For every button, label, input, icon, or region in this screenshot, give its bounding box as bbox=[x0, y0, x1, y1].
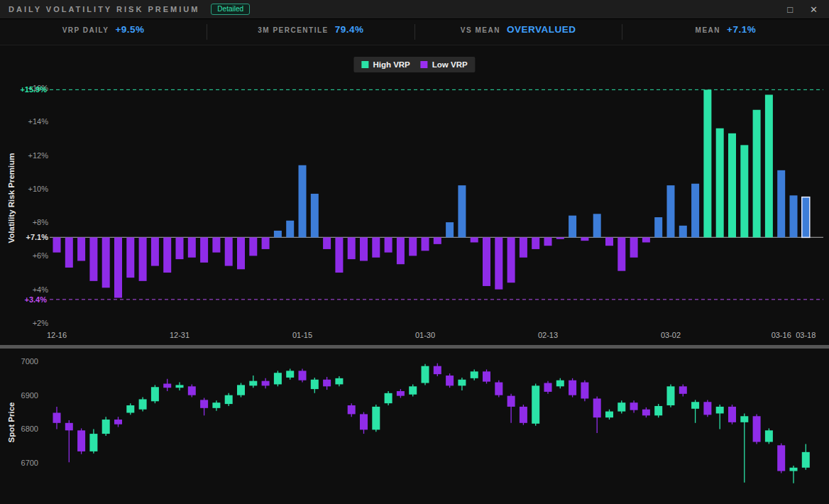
vrp-bar bbox=[372, 237, 380, 257]
legend-label: High VRP bbox=[373, 60, 410, 69]
vrp-axis-title: Volatility Risk Premium bbox=[7, 153, 16, 243]
vrp-bar bbox=[348, 237, 356, 259]
candle-body bbox=[422, 366, 429, 383]
legend: High VRP Low VRP bbox=[353, 57, 475, 72]
candle-body bbox=[716, 407, 724, 414]
vrp-bar bbox=[642, 237, 650, 242]
stat-label: VS MEAN bbox=[461, 26, 500, 34]
low-tick-label: +3.4% bbox=[25, 295, 48, 304]
stat-3m-percentile: 3M PERCENTILE 79.4% bbox=[207, 24, 414, 40]
candle-body bbox=[703, 402, 711, 415]
candle-body bbox=[77, 430, 85, 451]
vrp-bar bbox=[605, 237, 613, 246]
candle-body bbox=[385, 393, 392, 403]
vrp-bar bbox=[753, 110, 761, 238]
candle-body bbox=[740, 416, 748, 422]
spot-axis-title: Spot Price bbox=[7, 402, 16, 443]
candle-body bbox=[581, 383, 588, 399]
spot-ytick: 6900 bbox=[21, 391, 38, 400]
candle-body bbox=[691, 402, 699, 409]
candle-body bbox=[605, 412, 613, 418]
stat-value: 79.4% bbox=[335, 24, 364, 35]
candle-body bbox=[286, 371, 294, 378]
candle-body bbox=[53, 413, 61, 423]
vrp-bar bbox=[581, 237, 588, 241]
close-icon[interactable]: ✕ bbox=[810, 5, 818, 14]
vrp-ytick: +14% bbox=[28, 117, 49, 126]
legend-label: Low VRP bbox=[432, 60, 468, 69]
stat-mean: MEAN +7.1% bbox=[622, 24, 829, 40]
candle-body bbox=[471, 371, 478, 378]
candle-body bbox=[507, 396, 515, 407]
candle-body bbox=[532, 385, 539, 423]
vrp-bar bbox=[679, 226, 687, 238]
candle-body bbox=[397, 391, 405, 396]
vrp-bar bbox=[446, 222, 454, 237]
high-vrp-swatch-icon bbox=[361, 61, 368, 68]
vrp-bar-chart[interactable]: +2%+4%+6%+8%+10%+12%+14%+16%+7.1%+15.9%+… bbox=[0, 45, 829, 345]
candle-body bbox=[323, 380, 331, 387]
vrp-bar bbox=[544, 237, 552, 246]
stat-label: VRP DAILY bbox=[62, 26, 109, 34]
candle-body bbox=[409, 386, 417, 394]
candle-body bbox=[679, 386, 687, 393]
vrp-bar bbox=[323, 237, 331, 249]
high-tick-label: +15.9% bbox=[20, 85, 47, 94]
vrp-bar bbox=[311, 194, 319, 237]
minimize-icon[interactable]: □ bbox=[787, 5, 793, 14]
vrp-chart-section: High VRP Low VRP +2%+4%+6%+8%+10%+12%+14… bbox=[0, 45, 829, 345]
vrp-bar bbox=[126, 237, 134, 278]
vrp-ytick: +8% bbox=[33, 218, 49, 226]
candle-body bbox=[569, 380, 576, 395]
vrp-bar bbox=[630, 237, 638, 257]
candle-body bbox=[642, 410, 650, 416]
candle-body bbox=[139, 399, 147, 409]
candle-body bbox=[544, 383, 552, 392]
vrp-bar bbox=[212, 237, 220, 252]
title-bar: DAILY VOLATILITY RISK PREMIUM Detailed □… bbox=[0, 0, 829, 19]
vrp-ytick: +2% bbox=[33, 319, 49, 327]
candle-body bbox=[114, 420, 122, 424]
date-tick: 03-16 bbox=[772, 331, 791, 339]
vrp-bar bbox=[532, 237, 539, 249]
candle-body bbox=[89, 434, 97, 451]
vrp-bar bbox=[188, 237, 196, 257]
vrp-bar bbox=[740, 145, 748, 237]
stats-bar: VRP DAILY +9.5% 3M PERCENTILE 79.4% VS M… bbox=[0, 19, 829, 45]
legend-item-low-vrp[interactable]: Low VRP bbox=[421, 60, 468, 69]
vrp-bar bbox=[790, 195, 798, 237]
stat-value: +9.5% bbox=[115, 24, 144, 35]
vrp-bar bbox=[139, 237, 147, 280]
date-tick: 02-13 bbox=[538, 331, 558, 339]
stat-label: 3M PERCENTILE bbox=[258, 26, 329, 34]
candle-body bbox=[348, 405, 356, 414]
candle-body bbox=[249, 381, 257, 386]
detailed-badge[interactable]: Detailed bbox=[211, 4, 250, 15]
date-tick: 01-30 bbox=[415, 331, 435, 339]
stat-vs-mean: VS MEAN OVERVALUED bbox=[414, 24, 622, 40]
vrp-bar bbox=[617, 237, 625, 270]
candle-body bbox=[728, 407, 736, 422]
vrp-bar bbox=[102, 237, 110, 287]
spot-chart-section: 7000690068006700Spot Price bbox=[0, 349, 829, 504]
vrp-bar bbox=[249, 237, 257, 256]
window-controls: □ ✕ bbox=[787, 5, 820, 14]
stat-value: +7.1% bbox=[727, 24, 756, 35]
date-tick: 03-02 bbox=[661, 331, 681, 339]
candle-body bbox=[765, 430, 773, 442]
date-tick: 12-31 bbox=[170, 331, 190, 339]
candle-body bbox=[299, 371, 307, 380]
candle-body bbox=[667, 386, 675, 405]
window-title: DAILY VOLATILITY RISK PREMIUM bbox=[9, 5, 199, 13]
spot-candlestick-chart[interactable]: 7000690068006700Spot Price bbox=[0, 349, 829, 504]
vrp-bar bbox=[262, 237, 270, 249]
date-tick: 03-18 bbox=[796, 331, 816, 339]
legend-item-high-vrp[interactable]: High VRP bbox=[361, 60, 410, 69]
vrp-bar bbox=[520, 237, 527, 257]
vrp-bar bbox=[237, 237, 245, 269]
vrp-bar bbox=[299, 165, 307, 238]
vrp-bar bbox=[728, 133, 736, 238]
candle-body bbox=[212, 402, 220, 408]
vrp-bar bbox=[409, 237, 417, 256]
candle-body bbox=[753, 416, 761, 442]
